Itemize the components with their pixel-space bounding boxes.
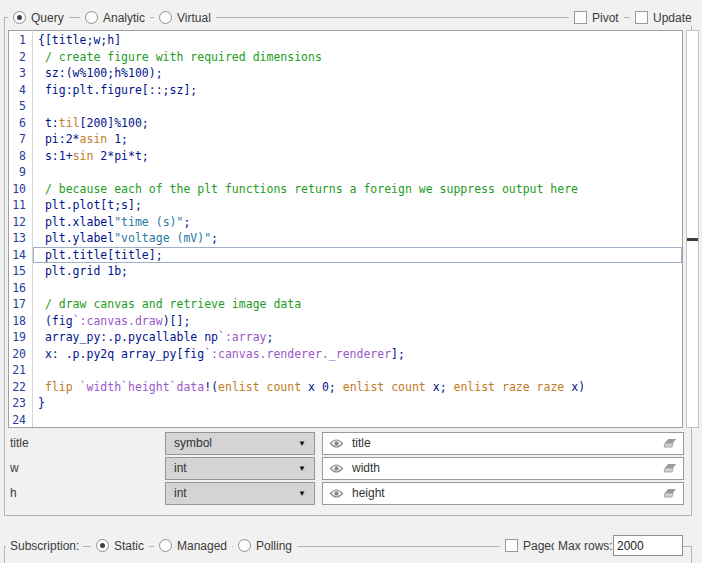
param-type-dropdown[interactable]: int▼: [165, 482, 315, 505]
param-value-input[interactable]: height: [322, 482, 684, 505]
line-number: 14: [9, 247, 33, 264]
code-line[interactable]: 10 / because each of the plt functions r…: [9, 181, 682, 198]
code-line[interactable]: 13 plt.ylabel"voltage (mV)";: [9, 230, 682, 247]
line-number: 3: [9, 65, 33, 82]
line-number: 24: [9, 412, 33, 429]
mode-label: Analytic: [103, 11, 145, 25]
eraser-icon[interactable]: [663, 488, 677, 499]
code-text: fig:plt.figure[::;sz];: [33, 82, 682, 99]
mode-option-virtual[interactable]: Virtual: [154, 9, 216, 26]
paged-label: Paged: [523, 539, 558, 553]
code-text: flip `width`height`data!(enlist count x …: [33, 379, 682, 396]
code-line[interactable]: 9: [9, 164, 682, 181]
line-number: 5: [9, 98, 33, 115]
radio-icon[interactable]: [159, 11, 172, 24]
eye-icon[interactable]: [329, 438, 344, 449]
param-value-input[interactable]: width: [322, 457, 684, 480]
code-text: / create figure with required dimensions: [33, 49, 682, 66]
code-line[interactable]: 6 t:til[200]%100;: [9, 115, 682, 132]
code-line[interactable]: 1{[title;w;h]: [9, 32, 682, 49]
line-number: 19: [9, 329, 33, 346]
scroll-annotation-ruler[interactable]: [686, 30, 699, 428]
code-line[interactable]: 21: [9, 362, 682, 379]
code-text: {[title;w;h]: [33, 32, 682, 49]
line-number: 16: [9, 280, 33, 297]
param-value-text: height: [352, 486, 655, 500]
code-line[interactable]: 8 s:1+sin 2*pi*t;: [9, 148, 682, 165]
code-text: plt.ylabel"voltage (mV)";: [33, 230, 682, 247]
line-number: 20: [9, 346, 33, 363]
radio-icon[interactable]: [159, 539, 172, 552]
code-line[interactable]: 20 x: .p.py2q array_py[fig`:canvas.rende…: [9, 346, 682, 363]
code-text: sz:(w%100;h%100);: [33, 65, 682, 82]
line-number: 7: [9, 131, 33, 148]
param-row: titlesymbol▼title: [8, 431, 684, 455]
code-line[interactable]: 2 / create figure with required dimensio…: [9, 49, 682, 66]
max-rows-input[interactable]: [613, 535, 683, 556]
code-text: pi:2*asin 1;: [33, 131, 682, 148]
subscription-option-managed[interactable]: Managed: [154, 537, 232, 554]
update-option[interactable]: Update: [630, 9, 697, 26]
code-line[interactable]: 5: [9, 98, 682, 115]
code-text: }: [33, 395, 682, 412]
subscription-option-static[interactable]: Static: [91, 537, 149, 554]
mode-label: Query: [31, 11, 64, 25]
code-text: s:1+sin 2*pi*t;: [33, 148, 682, 165]
code-editor[interactable]: 1{[title;w;h]2 / create figure with requ…: [8, 30, 683, 428]
param-type-value: int: [174, 486, 298, 500]
line-number: 9: [9, 164, 33, 181]
line-number: 15: [9, 263, 33, 280]
param-value-text: width: [352, 461, 655, 475]
line-number: 21: [9, 362, 33, 379]
code-line[interactable]: 15 plt.grid 1b;: [9, 263, 682, 280]
code-line[interactable]: 23}: [9, 395, 682, 412]
subscription-option-label: Polling: [256, 539, 292, 553]
line-number: 8: [9, 148, 33, 165]
line-number: 10: [9, 181, 33, 198]
code-line[interactable]: 17 / draw canvas and retrieve image data: [9, 296, 682, 313]
code-text: / because each of the plt functions retu…: [33, 181, 682, 198]
update-label: Update: [653, 11, 692, 25]
code-line[interactable]: 18 (fig`:canvas.draw)[];: [9, 313, 682, 330]
checkbox-icon[interactable]: [574, 11, 587, 24]
code-lines: 1{[title;w;h]2 / create figure with requ…: [9, 32, 682, 428]
code-text: plt.plot[t;s];: [33, 197, 682, 214]
pivot-option[interactable]: Pivot: [569, 9, 624, 26]
chevron-down-icon: ▼: [298, 439, 306, 448]
radio-icon[interactable]: [85, 11, 98, 24]
param-name: h: [8, 486, 165, 500]
eye-icon[interactable]: [329, 488, 344, 499]
eraser-icon[interactable]: [663, 463, 677, 474]
subscription-option-label: Managed: [177, 539, 227, 553]
code-line[interactable]: 19 array_py:.p.pycallable np`:array;: [9, 329, 682, 346]
param-type-dropdown[interactable]: int▼: [165, 457, 315, 480]
code-text: / draw canvas and retrieve image data: [33, 296, 682, 313]
mode-option-query[interactable]: Query: [8, 9, 69, 26]
line-number: 11: [9, 197, 33, 214]
code-line[interactable]: 12 plt.xlabel"time (s)";: [9, 214, 682, 231]
eraser-icon[interactable]: [663, 438, 677, 449]
eye-icon[interactable]: [329, 463, 344, 474]
param-type-dropdown[interactable]: symbol▼: [165, 432, 315, 455]
radio-icon[interactable]: [96, 539, 109, 552]
code-line[interactable]: 22 flip `width`height`data!(enlist count…: [9, 379, 682, 396]
radio-icon[interactable]: [238, 539, 251, 552]
checkbox-icon[interactable]: [505, 539, 518, 552]
code-line[interactable]: 11 plt.plot[t;s];: [9, 197, 682, 214]
radio-icon[interactable]: [13, 11, 26, 24]
checkbox-icon[interactable]: [635, 11, 648, 24]
code-line[interactable]: 3 sz:(w%100;h%100);: [9, 65, 682, 82]
param-row: hint▼height: [8, 481, 684, 505]
subscription-option-label: Static: [114, 539, 144, 553]
param-value-input[interactable]: title: [322, 432, 684, 455]
code-line[interactable]: 16: [9, 280, 682, 297]
code-line[interactable]: 14 plt.title[title];: [9, 247, 682, 264]
mode-option-analytic[interactable]: Analytic: [80, 9, 150, 26]
code-text: [33, 362, 682, 379]
code-line[interactable]: 4 fig:plt.figure[::;sz];: [9, 82, 682, 99]
code-line[interactable]: 24: [9, 412, 682, 429]
code-line[interactable]: 7 pi:2*asin 1;: [9, 131, 682, 148]
subscription-option-polling[interactable]: Polling: [233, 537, 297, 554]
code-text: t:til[200]%100;: [33, 115, 682, 132]
line-number: 22: [9, 379, 33, 396]
